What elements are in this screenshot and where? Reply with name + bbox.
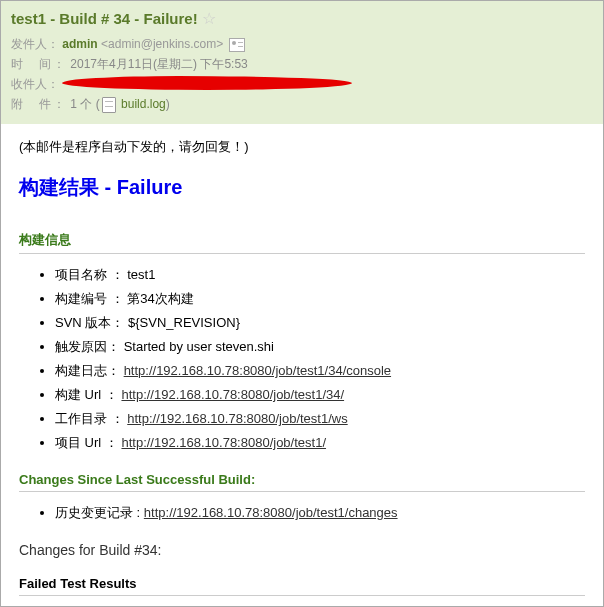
info-label: 构建编号 ： xyxy=(55,291,127,306)
info-label: 项目 Url ： xyxy=(55,435,121,450)
changes-for-build: Changes for Build #34: xyxy=(19,542,585,558)
failed-tests-heading: Failed Test Results xyxy=(19,576,585,591)
list-item: 工作目录 ： http://192.168.10.78:8080/job/tes… xyxy=(55,410,585,428)
info-link[interactable]: http://192.168.10.78:8080/job/test1/ws xyxy=(127,411,347,426)
star-icon[interactable]: ☆ xyxy=(202,9,216,28)
build-result-heading: 构建结果 - Failure xyxy=(19,174,585,201)
divider xyxy=(19,491,585,492)
history-link[interactable]: http://192.168.10.78:8080/job/test1/chan… xyxy=(144,505,398,520)
attachment-link[interactable]: build.log xyxy=(121,97,166,111)
contact-card-icon[interactable] xyxy=(229,38,245,52)
list-item: 触发原因： Started by user steven.shi xyxy=(55,338,585,356)
email-subject: test1 - Build # 34 - Failure! xyxy=(11,10,198,27)
from-label: 发件人： xyxy=(11,37,59,51)
build-info-list: 项目名称 ： test1构建编号 ： 第34次构建SVN 版本： ${SVN_R… xyxy=(19,266,585,452)
time-label: 时 间： xyxy=(11,57,67,71)
to-label: 收件人： xyxy=(11,77,59,91)
build-info-heading: 构建信息 xyxy=(19,231,585,249)
file-icon xyxy=(102,97,116,113)
info-value: test1 xyxy=(127,267,155,282)
info-value: 第34次构建 xyxy=(127,291,193,306)
info-label: 触发原因： xyxy=(55,339,124,354)
divider xyxy=(19,595,585,596)
attach-label: 附 件： xyxy=(11,97,67,111)
list-item: 历史变更记录 : http://192.168.10.78:8080/job/t… xyxy=(55,504,585,522)
divider xyxy=(19,253,585,254)
list-item: SVN 版本： ${SVN_REVISION} xyxy=(55,314,585,332)
history-list: 历史变更记录 : http://192.168.10.78:8080/job/t… xyxy=(19,504,585,522)
info-value: Started by user steven.shi xyxy=(124,339,274,354)
email-header: test1 - Build # 34 - Failure! ☆ 发件人： adm… xyxy=(1,1,603,124)
changes-since-heading: Changes Since Last Successful Build: xyxy=(19,472,585,487)
info-label: SVN 版本： xyxy=(55,315,128,330)
info-link[interactable]: http://192.168.10.78:8080/job/test1/ xyxy=(121,435,326,450)
info-label: 构建 Url ： xyxy=(55,387,121,402)
time-value: 2017年4月11日(星期二) 下午5:53 xyxy=(70,57,247,71)
info-label: 项目名称 ： xyxy=(55,267,127,282)
list-item: 构建 Url ： http://192.168.10.78:8080/job/t… xyxy=(55,386,585,404)
list-item: 构建编号 ： 第34次构建 xyxy=(55,290,585,308)
info-value: ${SVN_REVISION} xyxy=(128,315,240,330)
list-item: 项目名称 ： test1 xyxy=(55,266,585,284)
info-link[interactable]: http://192.168.10.78:8080/job/test1/34/ xyxy=(121,387,344,402)
redacted-recipient xyxy=(62,76,352,90)
from-address: <admin@jenkins.com> xyxy=(101,37,223,51)
email-body: (本邮件是程序自动下发的，请勿回复！) 构建结果 - Failure 构建信息 … xyxy=(1,124,603,607)
auto-reply-notice: (本邮件是程序自动下发的，请勿回复！) xyxy=(19,138,585,156)
info-label: 工作目录 ： xyxy=(55,411,127,426)
history-label: 历史变更记录 : xyxy=(55,505,144,520)
info-label: 构建日志： xyxy=(55,363,124,378)
list-item: 构建日志： http://192.168.10.78:8080/job/test… xyxy=(55,362,585,380)
list-item: 项目 Url ： http://192.168.10.78:8080/job/t… xyxy=(55,434,585,452)
info-link[interactable]: http://192.168.10.78:8080/job/test1/34/c… xyxy=(124,363,391,378)
from-name[interactable]: admin xyxy=(62,37,97,51)
attach-count: 1 个 xyxy=(70,97,92,111)
